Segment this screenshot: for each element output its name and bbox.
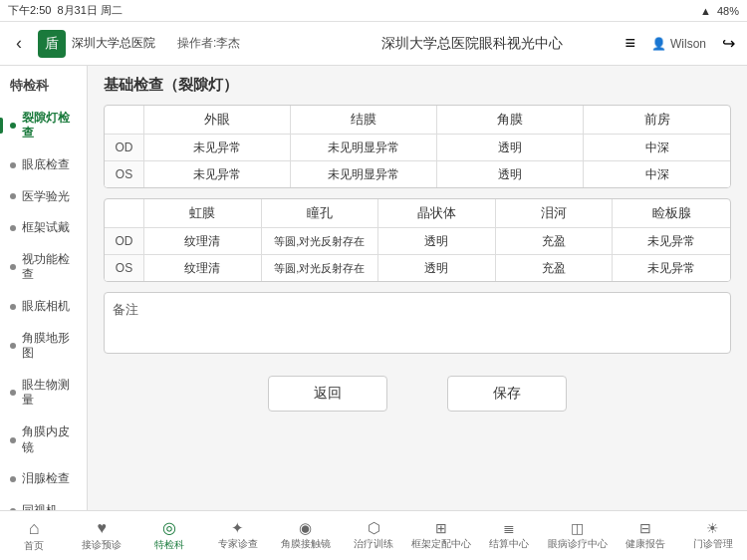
input-os-jie[interactable] bbox=[295, 165, 432, 183]
input-od-jie[interactable] bbox=[295, 139, 432, 156]
input-os-lei[interactable] bbox=[500, 259, 609, 277]
nav-special-label: 特检科 bbox=[154, 538, 184, 552]
sidebar-kuangjia-label: 框架试戴 bbox=[22, 220, 70, 236]
sidebar-dot-liefengdeng bbox=[10, 123, 16, 129]
nav-home[interactable]: ⌂ 首页 bbox=[0, 519, 68, 553]
sidebar-item-tejianke[interactable]: 特检科 bbox=[0, 70, 87, 103]
th-qian: 前房 bbox=[584, 106, 730, 134]
content-area: 基础检查（裂隙灯） 外眼 结膜 角膜 前房 OD OS bbox=[88, 66, 747, 510]
td-od-waijin[interactable] bbox=[144, 135, 291, 160]
logout-icon[interactable]: ↪ bbox=[722, 34, 735, 53]
sidebar-tejianke-label: 特检科 bbox=[10, 78, 49, 95]
input-od-lei[interactable] bbox=[500, 232, 609, 250]
td-os-waijin[interactable] bbox=[144, 161, 291, 187]
td-od-jiao[interactable] bbox=[437, 135, 584, 160]
back-button[interactable]: ‹ bbox=[12, 29, 26, 58]
save-button[interactable]: 保存 bbox=[447, 376, 567, 412]
td-os-jingzt[interactable] bbox=[378, 255, 496, 281]
nav-eyeclinic[interactable]: ◫ 眼病诊疗中心 bbox=[544, 521, 612, 551]
nav-result[interactable]: ≣ 结算中心 bbox=[475, 521, 543, 551]
bottom-nav: ⌂ 首页 ♥ 接诊预诊 ◎ 特检科 ✦ 专家诊查 ◉ 角膜接触镜 ⬡ 治疗训练 … bbox=[0, 510, 747, 560]
td-od-hong[interactable] bbox=[144, 228, 262, 254]
input-os-jian[interactable] bbox=[617, 259, 726, 277]
remark-input[interactable] bbox=[144, 299, 722, 347]
nav-cornea-label: 角膜接触镜 bbox=[281, 537, 331, 551]
sidebar-dot-leibo bbox=[10, 476, 16, 482]
wifi-icon: ▲ bbox=[700, 5, 711, 17]
nav-frame[interactable]: ⊞ 框架定配中心 bbox=[407, 521, 475, 551]
input-os-waijin[interactable] bbox=[148, 165, 286, 183]
td-os-lei[interactable] bbox=[496, 255, 614, 281]
nav-special[interactable]: ◎ 特检科 bbox=[135, 520, 203, 552]
td-od-label-1: OD bbox=[105, 135, 144, 160]
eyeclinic-icon: ◫ bbox=[571, 521, 584, 535]
td-os-jian[interactable] bbox=[613, 255, 730, 281]
sidebar-item-jiaomoneijing[interactable]: 角膜内皮镜 bbox=[0, 417, 87, 463]
cornea-icon: ◉ bbox=[299, 520, 312, 535]
input-os-jingzt[interactable] bbox=[382, 259, 491, 277]
input-os-hong[interactable] bbox=[148, 259, 257, 277]
sidebar-item-jiaomocedixing[interactable]: 角膜地形图 bbox=[0, 323, 87, 370]
table-1-row-os: OS bbox=[105, 161, 730, 187]
sidebar-dot-jiaomo bbox=[10, 343, 16, 349]
header-title: 深圳大学总医院眼科视光中心 bbox=[331, 35, 614, 53]
sidebar-item-yanshengwu[interactable]: 眼生物测量 bbox=[0, 370, 87, 417]
status-bar: 下午2:50 8月31日 周二 ▲ 48% bbox=[0, 0, 747, 22]
td-od-qian[interactable] bbox=[584, 135, 730, 160]
nav-health[interactable]: ⊟ 健康报告 bbox=[612, 521, 679, 551]
sidebar-item-yanjidi[interactable]: 眼底相机 bbox=[0, 291, 87, 323]
user-button[interactable]: 👤 Wilson bbox=[651, 37, 706, 51]
td-os-jiao[interactable] bbox=[437, 161, 584, 187]
input-os-tong[interactable] bbox=[266, 260, 374, 276]
td-od-tong[interactable] bbox=[262, 228, 379, 254]
input-od-waijin[interactable] bbox=[148, 139, 286, 156]
logo-shield: 盾 bbox=[38, 30, 66, 58]
input-od-tong[interactable] bbox=[266, 233, 374, 249]
input-os-jiao[interactable] bbox=[441, 165, 579, 183]
td-od-jie[interactable] bbox=[291, 135, 437, 160]
td-od-jian[interactable] bbox=[613, 228, 730, 254]
sidebar-item-tongshi[interactable]: 同视机 bbox=[0, 495, 87, 510]
input-os-qian[interactable] bbox=[588, 165, 726, 183]
logo-area: 盾 深圳大学总医院 bbox=[38, 30, 155, 58]
home-icon: ⌂ bbox=[29, 519, 40, 537]
nav-expert[interactable]: ✦ 专家诊查 bbox=[204, 520, 272, 551]
td-od-label-2: OD bbox=[105, 228, 144, 254]
sidebar-leibo-label: 泪腺检查 bbox=[22, 471, 70, 487]
sidebar-item-liefengdeng[interactable]: 裂隙灯检查 bbox=[0, 103, 87, 149]
sidebar-dot-yanjidi bbox=[10, 304, 16, 310]
input-od-jingzt[interactable] bbox=[382, 232, 491, 250]
td-os-tong[interactable] bbox=[262, 255, 379, 281]
table-1-header: 外眼 结膜 角膜 前房 bbox=[105, 106, 730, 135]
back-button[interactable]: 返回 bbox=[268, 376, 387, 412]
td-os-jie[interactable] bbox=[291, 161, 437, 187]
nav-clinic[interactable]: ☀ 门诊管理 bbox=[679, 521, 747, 551]
td-od-jingzt[interactable] bbox=[378, 228, 496, 254]
td-os-hong[interactable] bbox=[144, 255, 262, 281]
td-os-qian[interactable] bbox=[584, 161, 730, 187]
nav-therapy[interactable]: ⬡ 治疗训练 bbox=[340, 520, 407, 551]
sidebar-dot-yixue bbox=[10, 193, 16, 199]
input-od-jiao[interactable] bbox=[441, 139, 579, 156]
table-1: 外眼 结膜 角膜 前房 OD OS bbox=[104, 105, 731, 188]
nav-reception[interactable]: ♥ 接诊预诊 bbox=[68, 520, 135, 552]
input-od-jian[interactable] bbox=[617, 232, 726, 250]
th-jie: 结膜 bbox=[291, 106, 437, 134]
sidebar-item-yixueguangxue[interactable]: 医学验光 bbox=[0, 181, 87, 213]
nav-result-label: 结算中心 bbox=[489, 537, 529, 551]
td-od-lei[interactable] bbox=[496, 228, 614, 254]
table-2-header: 虹膜 瞳孔 晶状体 泪河 睑板腺 bbox=[105, 199, 730, 228]
table-1-row-od: OD bbox=[105, 135, 730, 161]
menu-icon[interactable]: ≡ bbox=[624, 33, 635, 54]
header: ‹ 盾 深圳大学总医院 操作者:李杰 深圳大学总医院眼科视光中心 ≡ 👤 Wil… bbox=[0, 22, 747, 66]
sidebar-item-leibo[interactable]: 泪腺检查 bbox=[0, 463, 87, 495]
sidebar-item-kuangjia[interactable]: 框架试戴 bbox=[0, 212, 87, 244]
input-od-qian[interactable] bbox=[588, 139, 726, 156]
sidebar-item-yanjian[interactable]: 眼底检查 bbox=[0, 149, 87, 181]
table-2: 虹膜 瞳孔 晶状体 泪河 睑板腺 OD OS bbox=[104, 198, 731, 282]
input-od-hong[interactable] bbox=[148, 232, 257, 250]
sidebar-item-shigong[interactable]: 视功能检查 bbox=[0, 244, 87, 291]
therapy-icon: ⬡ bbox=[368, 520, 380, 535]
nav-frame-label: 框架定配中心 bbox=[411, 537, 471, 551]
nav-cornea[interactable]: ◉ 角膜接触镜 bbox=[272, 520, 340, 551]
